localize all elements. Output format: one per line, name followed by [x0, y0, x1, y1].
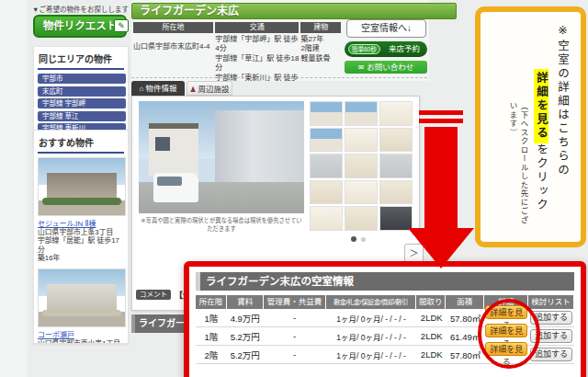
cell-deposits: 1ヶ月/ 0ヶ月/ - / - / -: [325, 349, 417, 360]
building-line: 軽量鉄骨: [300, 54, 341, 63]
photo-thumbnail[interactable]: [345, 180, 378, 205]
tab-property-info[interactable]: ⌂物件情報: [131, 81, 185, 96]
annotation-highlight: 詳細を見る: [534, 69, 548, 143]
cell-layout: 2LDK: [417, 313, 447, 323]
property-request-label: 物件リクエスト: [43, 20, 118, 31]
access-line: 宇部線「草江」駅 徒歩18分: [215, 54, 299, 74]
annotation-subnote: （下へスクロールした先にございます）: [507, 102, 529, 231]
recommended-box: おすすめ物件 セジュールJN Ⅱ棟 山口県宇部市上条3丁目 宇部線「居能」駅 徒…: [33, 130, 129, 344]
col-fees: 管理費・共益費: [264, 295, 324, 309]
same-area-box: 同じエリアの物件 宇部市 末広町 宇部線 宇部岬 宇部線 草江 宇部線 東新川: [33, 46, 129, 143]
cell-floor: 1階: [196, 312, 227, 325]
property-address: 山口県宇部市上条3丁目: [38, 228, 124, 236]
cell-fees: -: [264, 349, 326, 360]
person-icon: ♟: [189, 86, 196, 94]
property-request-button[interactable]: 物件リクエスト ✎: [33, 15, 127, 38]
info-building: 築27年 2階建 軽量鉄骨: [300, 35, 341, 92]
col-layout: 間取り: [416, 295, 445, 309]
red-down-arrow: [404, 103, 478, 272]
photo-thumbnail[interactable]: [345, 206, 378, 231]
photo-thumbnail[interactable]: [310, 154, 343, 178]
photo-thumbnail[interactable]: [345, 154, 378, 178]
pagination-dot[interactable]: [361, 237, 366, 242]
cell-rent: 4.9万円: [227, 312, 264, 325]
annotation-line1: ※空室の詳細はこちらの: [554, 23, 571, 231]
thumbnail-grid: [310, 101, 414, 233]
sidebar-item-suehiro[interactable]: 末広町: [38, 86, 126, 97]
request-note: ▼ご希望の物件をお探しします: [32, 4, 131, 14]
photo-thumbnail[interactable]: [345, 101, 378, 126]
divider: [131, 77, 427, 78]
info-header-building: 建物: [300, 22, 341, 33]
page-gutter: [0, 0, 28, 377]
property-thumbnail[interactable]: [38, 268, 126, 327]
property-access: 宇部線「居能」駅 徒歩17分: [38, 236, 124, 254]
photo-disclaimer: ※写真や図と実際の現状とが異なる場合は現状を優先させていただきます: [139, 216, 304, 233]
cell-floor: 2階: [196, 348, 227, 361]
gallery-pagination: [351, 236, 370, 242]
cell-layout: 2LDK: [417, 349, 447, 360]
visit-reserve-button[interactable]: 簡単60秒 来店予約: [345, 41, 427, 57]
photo-thumbnail[interactable]: [310, 206, 343, 231]
recommended-card: コーポ瀬戸 山口県宇部市西小串1丁目 宇部線「宇部新川」駅 徒歩12分: [38, 268, 124, 344]
property-thumbnail[interactable]: [38, 157, 126, 216]
col-rent: 賃料: [227, 295, 263, 309]
info-header-access: 交通: [215, 22, 299, 33]
house-icon: ⌂: [140, 85, 144, 93]
tab-label: 物件情報: [145, 84, 176, 93]
red-circle-annotation: [475, 297, 543, 372]
comment-badge: コメント: [136, 290, 171, 300]
property-age: 築16年: [38, 254, 124, 262]
annotation-line2: 詳細を見るをクリック: [533, 69, 550, 231]
photo-thumbnail[interactable]: [310, 128, 343, 153]
envelope-icon: ✉: [358, 62, 365, 74]
annotation-click-text: をクリック: [535, 143, 548, 212]
contact-label: お問い合わせ: [367, 63, 413, 72]
recommended-card: セジュールJN Ⅱ棟 山口県宇部市上条3丁目 宇部線「居能」駅 徒歩17分 築1…: [38, 157, 124, 262]
cell-rent: 5.2万円: [227, 330, 264, 343]
building-line: 2階建: [300, 44, 341, 53]
tab-label: 周辺施設: [198, 85, 230, 94]
reserve-label: 来店予約: [389, 44, 420, 53]
col-deposits: 敷金/礼金/保証金/償却/敷引: [326, 295, 416, 309]
col-floor: 所在階: [196, 295, 226, 309]
annotation-vertical-text: ※空室の詳細はこちらの 詳細を見るをクリック （下へスクロールした先にございます…: [486, 23, 575, 231]
info-header-location: 所在地: [133, 22, 213, 33]
tab-surroundings[interactable]: ♟周辺施設: [187, 81, 232, 96]
building-line: 築27年: [300, 35, 341, 44]
photo-thumbnail[interactable]: [310, 180, 343, 205]
vacancy-title: ライフガーデン末広の空室情報: [196, 272, 574, 291]
vacancy-jump-button[interactable]: 空室情報へ↓: [346, 19, 426, 38]
contact-button[interactable]: ✉お問い合わせ: [345, 61, 427, 74]
sidebar-item-kusae[interactable]: 宇部線 草江: [38, 111, 126, 121]
sidebar-item-ubemisaki[interactable]: 宇部線 宇部岬: [38, 98, 126, 109]
property-link[interactable]: セジュールJN Ⅱ棟: [38, 218, 124, 228]
property-link[interactable]: コーポ瀬戸: [38, 329, 124, 339]
cell-fees: -: [264, 331, 326, 341]
sidebar-item-ube-city[interactable]: 宇部市: [38, 74, 126, 84]
pagination-dot-active[interactable]: [351, 236, 356, 242]
annotation-note-box: ※空室の詳細はこちらの 詳細を見るをクリック （下へスクロールした先にございます…: [475, 6, 586, 247]
notepad-icon: ✎: [114, 19, 129, 32]
reserve-badge: 簡単60秒: [348, 44, 380, 54]
page-title: ライフガーデン末広: [131, 3, 457, 19]
cell-rent: 5.2万円: [227, 348, 264, 361]
photo-thumbnail[interactable]: [310, 101, 343, 126]
property-address: 山口県宇部市西小串1丁目: [38, 339, 124, 344]
cell-deposits: 1ヶ月/ 0ヶ月/ - / - / -: [325, 313, 417, 324]
same-area-heading: 同じエリアの物件: [38, 51, 124, 70]
access-line: 宇部線「宇部岬」駅 徒歩4分: [215, 35, 299, 54]
cell-fees: -: [264, 313, 326, 323]
cell-floor: 1階: [196, 330, 227, 343]
main-property-photo[interactable]: [139, 101, 304, 213]
recommended-heading: おすすめ物件: [38, 134, 124, 154]
cell-layout: 2LDK: [417, 331, 447, 341]
cell-deposits: 1ヶ月/ 0ヶ月/ - / - / -: [325, 331, 417, 342]
photo-thumbnail[interactable]: [345, 128, 378, 153]
